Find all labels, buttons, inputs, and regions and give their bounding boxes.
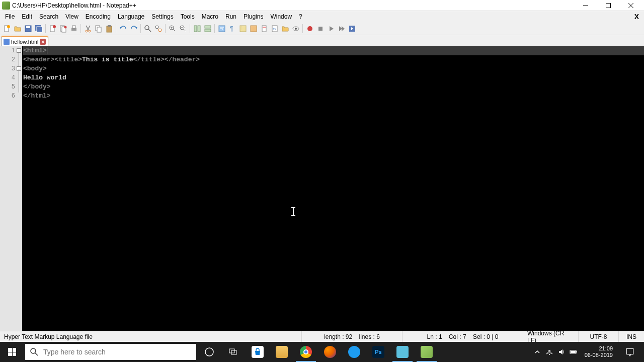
status-encoding[interactable]: UTF-8 <box>579 331 619 342</box>
file-tab[interactable]: hellow.html ✕ <box>1 36 48 46</box>
code-line[interactable]: <html> <box>23 46 644 55</box>
toolbar-separator <box>140 24 141 33</box>
menu-search[interactable]: Search <box>36 12 61 21</box>
find-icon[interactable] <box>143 24 153 34</box>
fold-minus-icon[interactable]: − <box>17 48 21 53</box>
menu-encoding[interactable]: Encoding <box>83 12 114 21</box>
code-line[interactable]: </body> <box>23 82 644 92</box>
paste-icon[interactable] <box>104 24 114 34</box>
taskbar-clock[interactable]: 21:09 06-08-2019 <box>582 345 616 358</box>
monitor-icon[interactable] <box>291 24 301 34</box>
menu-edit[interactable]: Edit <box>19 12 35 21</box>
svg-point-28 <box>158 29 162 32</box>
folder-workspace-icon[interactable] <box>280 24 290 34</box>
menu-macro[interactable]: Macro <box>199 12 221 21</box>
new-file-icon[interactable] <box>2 24 12 34</box>
zoom-out-icon[interactable] <box>178 24 188 34</box>
status-position: Ln : 1 Col : 7 Sel : 0 | 0 <box>403 331 523 342</box>
undo-icon[interactable] <box>118 24 128 34</box>
macro-play-multi-icon[interactable] <box>337 24 347 34</box>
menu-plugins[interactable]: Plugins <box>240 12 266 21</box>
taskbar-app-store[interactable] <box>246 342 270 362</box>
print-icon[interactable] <box>69 24 79 34</box>
macro-stop-icon[interactable] <box>315 24 326 34</box>
svg-line-35 <box>184 29 186 31</box>
tray-volume-icon[interactable] <box>557 348 566 356</box>
window-title: C:\Users\HP\Desktop\hellow.html - Notepa… <box>12 2 574 9</box>
sync-v-icon[interactable] <box>192 24 202 34</box>
taskbar-app-firefox[interactable] <box>318 342 342 362</box>
copy-icon[interactable] <box>94 24 104 34</box>
function-list-icon[interactable]: fx <box>270 24 280 34</box>
editor[interactable]: 123456 − − <html><header><title>This is … <box>0 46 644 331</box>
svg-rect-24 <box>108 25 111 27</box>
close-button[interactable] <box>619 0 642 11</box>
menu-help[interactable]: ? <box>296 12 305 21</box>
macro-save-icon[interactable] <box>347 24 357 34</box>
code-line[interactable]: </html> <box>23 92 644 101</box>
menu-language[interactable]: Language <box>115 12 147 21</box>
taskbar-app-generic-blue[interactable] <box>342 342 366 362</box>
svg-point-25 <box>145 26 149 30</box>
notification-center-icon[interactable] <box>620 342 640 362</box>
status-eol[interactable]: Windows (CR LF) <box>523 331 579 342</box>
file-icon <box>4 39 10 45</box>
tab-close-icon[interactable]: ✕ <box>40 39 46 45</box>
code-line[interactable]: <body> <box>23 64 644 73</box>
cut-icon[interactable] <box>83 24 93 34</box>
taskbar-app-photoshop[interactable]: Ps <box>366 342 390 362</box>
menu-window[interactable]: Window <box>267 12 295 21</box>
taskbar-app-notepad[interactable] <box>390 342 415 362</box>
svg-point-56 <box>205 348 213 356</box>
start-button[interactable] <box>0 342 24 362</box>
zoom-in-icon[interactable] <box>168 24 178 34</box>
taskbar-app-chrome[interactable] <box>294 342 318 362</box>
indent-guide-icon[interactable] <box>238 24 248 34</box>
tray-chevron-up-icon[interactable] <box>533 348 541 356</box>
redo-icon[interactable] <box>129 24 139 34</box>
svg-point-19 <box>86 30 88 32</box>
menu-tools[interactable]: Tools <box>178 12 198 21</box>
svg-rect-58 <box>231 350 236 354</box>
close-all-icon[interactable] <box>58 24 68 34</box>
svg-rect-23 <box>107 26 112 32</box>
show-all-chars-icon[interactable]: ¶ <box>227 24 237 34</box>
wordwrap-icon[interactable] <box>217 24 227 34</box>
doc-map-icon[interactable] <box>259 24 269 34</box>
code-content[interactable]: <html><header><title>This is title</titl… <box>22 46 644 331</box>
taskbar-app-explorer[interactable] <box>270 342 294 362</box>
tray-battery-icon[interactable] <box>570 348 578 356</box>
tray-network-icon[interactable] <box>545 348 553 356</box>
status-mode[interactable]: INS <box>619 331 644 342</box>
close-file-icon[interactable] <box>48 24 58 34</box>
close-document-button[interactable]: X <box>631 13 642 21</box>
minimize-button[interactable] <box>574 0 597 11</box>
menu-run[interactable]: Run <box>222 12 239 21</box>
save-icon[interactable] <box>23 24 33 34</box>
code-line[interactable]: <header><title>This is title</title></he… <box>23 55 644 64</box>
svg-point-51 <box>307 26 312 31</box>
code-line[interactable]: Hello world <box>23 73 644 82</box>
cortana-icon[interactable] <box>197 342 221 362</box>
maximize-button[interactable] <box>597 0 619 11</box>
svg-point-11 <box>53 25 56 28</box>
menu-file[interactable]: File <box>2 12 18 21</box>
replace-icon[interactable] <box>153 24 164 34</box>
fold-minus-icon[interactable]: − <box>17 66 21 71</box>
user-lang-icon[interactable] <box>249 24 259 34</box>
menu-view[interactable]: View <box>62 12 82 21</box>
svg-rect-62 <box>571 351 576 353</box>
task-view-icon[interactable] <box>221 342 246 362</box>
svg-point-27 <box>155 26 158 29</box>
save-all-icon[interactable] <box>34 24 44 34</box>
svg-line-26 <box>148 29 151 32</box>
taskbar-app-notepadpp[interactable] <box>415 342 439 362</box>
macro-play-icon[interactable] <box>326 24 336 34</box>
open-file-icon[interactable] <box>13 24 23 34</box>
taskbar-search[interactable] <box>25 344 196 360</box>
macro-record-icon[interactable] <box>305 24 315 34</box>
toolbar-separator <box>190 24 191 33</box>
menu-settings[interactable]: Settings <box>148 12 176 21</box>
search-input[interactable] <box>43 348 191 356</box>
sync-h-icon[interactable] <box>203 24 213 34</box>
